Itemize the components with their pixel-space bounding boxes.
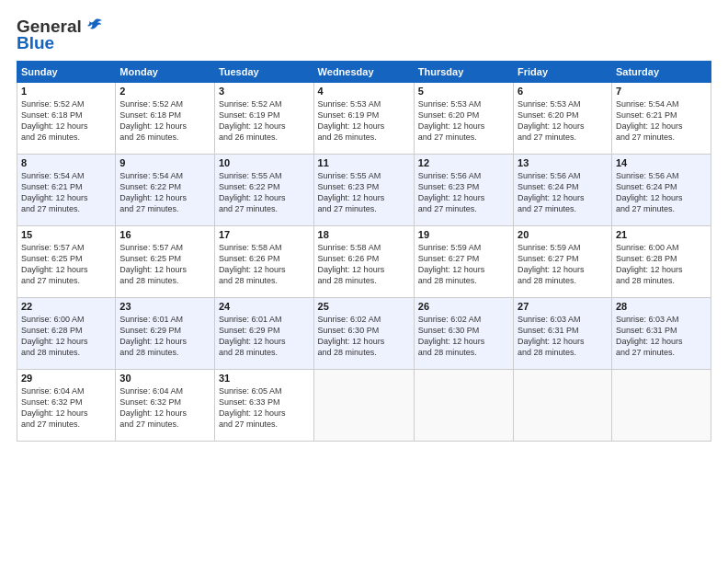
day-info: Sunrise: 5:55 AM Sunset: 6:23 PM Dayligh… [318,170,410,215]
day-info: Sunrise: 5:56 AM Sunset: 6:24 PM Dayligh… [518,170,608,215]
day-info: Sunrise: 6:01 AM Sunset: 6:29 PM Dayligh… [219,314,310,359]
day-info: Sunrise: 5:56 AM Sunset: 6:24 PM Dayligh… [616,170,707,215]
calendar-cell: 16Sunrise: 5:57 AM Sunset: 6:25 PM Dayli… [116,226,215,298]
day-info: Sunrise: 6:01 AM Sunset: 6:29 PM Dayligh… [119,314,210,359]
col-tuesday: Tuesday [214,62,313,83]
col-sunday: Sunday [17,62,116,83]
calendar-cell: 31Sunrise: 6:05 AM Sunset: 6:33 PM Dayli… [214,370,313,442]
day-number: 23 [119,301,210,312]
logo: General Blue [17,17,104,53]
col-saturday: Saturday [611,62,711,83]
day-number: 8 [21,157,111,168]
day-number: 29 [21,373,111,384]
header: General Blue [17,17,711,53]
calendar-cell: 20Sunrise: 5:59 AM Sunset: 6:27 PM Dayli… [514,226,612,298]
day-info: Sunrise: 5:54 AM Sunset: 6:21 PM Dayligh… [616,98,707,144]
day-info: Sunrise: 5:55 AM Sunset: 6:22 PM Dayligh… [219,170,310,215]
logo-blue-text: Blue [17,33,54,53]
day-info: Sunrise: 6:04 AM Sunset: 6:32 PM Dayligh… [21,385,111,431]
day-number: 24 [219,301,310,312]
day-number: 1 [21,86,111,97]
calendar-cell: 8Sunrise: 5:54 AM Sunset: 6:21 PM Daylig… [17,155,116,226]
day-info: Sunrise: 5:52 AM Sunset: 6:18 PM Dayligh… [119,98,210,144]
day-info: Sunrise: 6:05 AM Sunset: 6:33 PM Dayligh… [219,385,310,431]
day-info: Sunrise: 6:00 AM Sunset: 6:28 PM Dayligh… [21,314,111,359]
day-number: 15 [21,229,111,240]
day-number: 2 [119,86,210,97]
day-info: Sunrise: 5:57 AM Sunset: 6:25 PM Dayligh… [21,242,111,287]
day-info: Sunrise: 6:03 AM Sunset: 6:31 PM Dayligh… [518,314,608,359]
day-info: Sunrise: 5:59 AM Sunset: 6:27 PM Dayligh… [518,242,608,287]
col-monday: Monday [116,62,215,83]
day-info: Sunrise: 5:54 AM Sunset: 6:22 PM Dayligh… [119,170,210,215]
day-number: 5 [418,86,509,97]
calendar-cell: 19Sunrise: 5:59 AM Sunset: 6:27 PM Dayli… [414,226,513,298]
day-number: 30 [119,373,210,384]
day-info: Sunrise: 6:03 AM Sunset: 6:31 PM Dayligh… [616,314,707,359]
day-number: 4 [318,86,410,97]
col-wednesday: Wednesday [313,62,414,83]
calendar-week-5: 29Sunrise: 6:04 AM Sunset: 6:32 PM Dayli… [17,370,711,442]
calendar-cell: 27Sunrise: 6:03 AM Sunset: 6:31 PM Dayli… [514,298,612,370]
calendar-cell: 10Sunrise: 5:55 AM Sunset: 6:22 PM Dayli… [214,155,313,226]
day-info: Sunrise: 6:00 AM Sunset: 6:28 PM Dayligh… [616,242,707,287]
day-info: Sunrise: 5:52 AM Sunset: 6:18 PM Dayligh… [21,98,111,144]
day-number: 27 [518,301,608,312]
calendar-table: Sunday Monday Tuesday Wednesday Thursday… [17,61,711,442]
day-number: 21 [616,229,707,240]
day-info: Sunrise: 5:53 AM Sunset: 6:19 PM Dayligh… [318,98,410,144]
calendar-cell [611,370,711,442]
calendar-week-4: 22Sunrise: 6:00 AM Sunset: 6:28 PM Dayli… [17,298,711,370]
day-number: 9 [119,157,210,168]
day-info: Sunrise: 5:53 AM Sunset: 6:20 PM Dayligh… [518,98,608,144]
calendar-cell: 4Sunrise: 5:53 AM Sunset: 6:19 PM Daylig… [313,83,414,155]
calendar-cell: 2Sunrise: 5:52 AM Sunset: 6:18 PM Daylig… [116,83,215,155]
calendar-cell [514,370,612,442]
day-number: 13 [518,157,608,168]
day-info: Sunrise: 5:57 AM Sunset: 6:25 PM Dayligh… [119,242,210,287]
day-number: 19 [418,229,509,240]
day-info: Sunrise: 5:53 AM Sunset: 6:20 PM Dayligh… [418,98,509,144]
calendar-cell: 3Sunrise: 5:52 AM Sunset: 6:19 PM Daylig… [214,83,313,155]
day-number: 18 [318,229,410,240]
day-number: 26 [418,301,509,312]
day-number: 22 [21,301,111,312]
calendar-cell [313,370,414,442]
calendar-week-3: 15Sunrise: 5:57 AM Sunset: 6:25 PM Dayli… [17,226,711,298]
calendar-cell: 12Sunrise: 5:56 AM Sunset: 6:23 PM Dayli… [414,155,513,226]
calendar-cell: 14Sunrise: 5:56 AM Sunset: 6:24 PM Dayli… [611,155,711,226]
day-info: Sunrise: 5:58 AM Sunset: 6:26 PM Dayligh… [219,242,310,287]
calendar-cell: 5Sunrise: 5:53 AM Sunset: 6:20 PM Daylig… [414,83,513,155]
day-number: 11 [318,157,410,168]
calendar-cell: 15Sunrise: 5:57 AM Sunset: 6:25 PM Dayli… [17,226,116,298]
day-info: Sunrise: 5:54 AM Sunset: 6:21 PM Dayligh… [21,170,111,215]
day-number: 20 [518,229,608,240]
calendar-cell: 17Sunrise: 5:58 AM Sunset: 6:26 PM Dayli… [214,226,313,298]
day-number: 10 [219,157,310,168]
calendar-cell: 11Sunrise: 5:55 AM Sunset: 6:23 PM Dayli… [313,155,414,226]
calendar-cell: 13Sunrise: 5:56 AM Sunset: 6:24 PM Dayli… [514,155,612,226]
calendar-cell: 1Sunrise: 5:52 AM Sunset: 6:18 PM Daylig… [17,83,116,155]
calendar-cell: 6Sunrise: 5:53 AM Sunset: 6:20 PM Daylig… [514,83,612,155]
day-info: Sunrise: 6:04 AM Sunset: 6:32 PM Dayligh… [119,385,210,431]
calendar-cell: 18Sunrise: 5:58 AM Sunset: 6:26 PM Dayli… [313,226,414,298]
day-number: 28 [616,301,707,312]
calendar-cell: 25Sunrise: 6:02 AM Sunset: 6:30 PM Dayli… [313,298,414,370]
calendar-cell: 24Sunrise: 6:01 AM Sunset: 6:29 PM Dayli… [214,298,313,370]
calendar-cell: 30Sunrise: 6:04 AM Sunset: 6:32 PM Dayli… [116,370,215,442]
calendar-cell: 26Sunrise: 6:02 AM Sunset: 6:30 PM Dayli… [414,298,513,370]
logo-bird-icon [84,17,104,37]
calendar-cell: 23Sunrise: 6:01 AM Sunset: 6:29 PM Dayli… [116,298,215,370]
col-thursday: Thursday [414,62,513,83]
calendar-cell [414,370,513,442]
page: General Blue Sunday Monday Tuesday Wedne… [0,0,728,563]
day-number: 14 [616,157,707,168]
col-friday: Friday [514,62,612,83]
day-number: 31 [219,373,310,384]
calendar-cell: 28Sunrise: 6:03 AM Sunset: 6:31 PM Dayli… [611,298,711,370]
day-number: 17 [219,229,310,240]
day-info: Sunrise: 6:02 AM Sunset: 6:30 PM Dayligh… [418,314,509,359]
day-number: 16 [119,229,210,240]
day-number: 7 [616,86,707,97]
calendar-week-2: 8Sunrise: 5:54 AM Sunset: 6:21 PM Daylig… [17,155,711,226]
